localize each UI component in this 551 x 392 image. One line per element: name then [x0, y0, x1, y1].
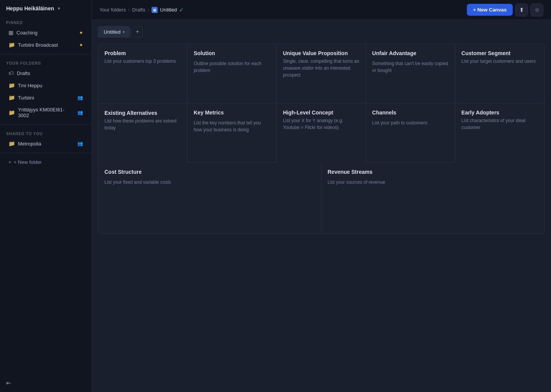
add-tab-icon: + — [135, 28, 139, 35]
star-badge-coaching: ★ — [79, 30, 83, 35]
existing-alternatives-title: Existing Alternatives — [104, 110, 181, 116]
customer-section: Customer Segment List your target custom… — [455, 44, 544, 163]
sidebar-collapse-button[interactable]: ⇤ — [0, 374, 91, 392]
problem-cell: Problem List your customers top 3 proble… — [98, 44, 187, 104]
early-adopters-title: Early Adopters — [461, 109, 538, 116]
cost-structure-cell: Cost Structure List your fixed and varia… — [98, 163, 321, 234]
user-menu-chevron: ▾ — [58, 6, 60, 11]
pinned-label: PINNED — [0, 17, 91, 26]
early-adopters-desc: List characteristics of your ideal custo… — [461, 117, 538, 131]
collapse-icon: ⇤ — [6, 380, 11, 386]
problem-title: Problem — [104, 50, 181, 56]
channels-desc: List your path to customers — [372, 119, 449, 126]
new-folder-icon: + — [8, 159, 11, 165]
sidebar-drafts-label: Drafts — [17, 70, 83, 76]
sidebar-divider-3 — [0, 153, 91, 153]
key-metrics-title: Key Metrics — [194, 109, 270, 116]
canvas-area: Untitled ▾ + Problem List your customers… — [92, 20, 551, 392]
problem-desc: List your customers top 3 problems — [104, 58, 181, 65]
key-metrics-cell: Key Metrics List the key numbers that te… — [187, 103, 277, 163]
folder-icon-yrittajyys: 📁 — [8, 109, 15, 116]
star-button[interactable]: ☆ — [530, 3, 543, 16]
high-level-concept-cell: High-Level Concept List your X for Y ana… — [277, 103, 365, 163]
cost-structure-desc: List your fixed and variable costs — [104, 179, 315, 186]
revenue-streams-desc: List your sources of revenue — [328, 179, 538, 186]
existing-alternatives-cell: Existing Alternatives List how these pro… — [98, 104, 187, 163]
sidebar-item-tmi-heppu[interactable]: 📁 Tmi Heppu — [2, 80, 89, 91]
tag-icon-drafts: 🏷 — [8, 70, 14, 76]
folders-label: YOUR FOLDERS — [0, 57, 91, 67]
shared-label: SHARED TO YOU — [0, 128, 91, 137]
existing-alternatives-desc: List how these problems are solved today — [104, 118, 181, 131]
sidebar-divider-2 — [0, 124, 91, 125]
sidebar-tmi-label: Tmi Heppu — [18, 83, 83, 88]
breadcrumb-status-icon: ✓ — [179, 7, 184, 13]
sidebar-divider-1 — [0, 54, 91, 54]
tab-chevron: ▾ — [123, 30, 125, 34]
uvp-section: Unique Value Proposition Single, clear, … — [277, 44, 366, 163]
revenue-streams-cell: Revenue Streams List your sources of rev… — [321, 163, 544, 234]
folder-icon-metropolia: 📁 — [8, 140, 15, 147]
sidebar-metropolia-label: Metropolia — [18, 141, 74, 147]
star-icon: ☆ — [535, 7, 540, 13]
active-tab[interactable]: Untitled ▾ — [98, 26, 130, 38]
star-badge-turbiini: ★ — [79, 42, 83, 47]
sidebar-turbiini-broadcast-label: Turbiini Broadcast — [18, 42, 76, 48]
grid-icon: ▦ — [8, 29, 13, 36]
new-canvas-button[interactable]: + New Canvas — [467, 4, 513, 16]
lean-canvas: Problem List your customers top 3 proble… — [98, 44, 545, 234]
doc-icon: ▦ — [152, 7, 158, 13]
folder-icon-turbiini2: 📁 — [8, 95, 15, 101]
add-tab-button[interactable]: + — [132, 26, 143, 37]
cost-structure-title: Cost Structure — [104, 169, 315, 175]
sidebar-item-yrittajyys[interactable]: 📁 Yrittäjyys KM00EI81-3002 👥 — [2, 104, 89, 121]
breadcrumb-current-label: Untitled — [160, 7, 177, 13]
breadcrumb-sep-1: › — [128, 7, 130, 13]
share-icon: ⬆ — [519, 7, 524, 13]
customer-segment-title: Customer Segment — [461, 50, 538, 56]
topbar: Your folders › Drafts › ▦ Untitled ✓ + N… — [92, 0, 551, 20]
key-metrics-desc: List the key numbers that tell you how y… — [194, 119, 270, 133]
uvp-desc: Single, clear, compelling that turns an … — [283, 58, 359, 78]
user-menu[interactable]: Heppu Heikäläinen ▾ — [0, 0, 91, 17]
share-button[interactable]: ⬆ — [515, 3, 528, 16]
uvp-cell: Unique Value Proposition Single, clear, … — [277, 44, 365, 103]
folder-icon-tmi: 📁 — [8, 82, 15, 88]
early-adopters-cell: Early Adopters List characteristics of y… — [455, 103, 544, 163]
lean-canvas-grid: Problem List your customers top 3 proble… — [98, 44, 544, 234]
solution-desc: Outline possible solution for each probl… — [194, 60, 270, 74]
solution-title: Solution — [194, 50, 270, 56]
sidebar-turbiini-label: Turbiini — [18, 95, 74, 101]
customer-segment-cell: Customer Segment List your target custom… — [455, 44, 544, 103]
breadcrumb-your-folders[interactable]: Your folders — [99, 7, 126, 13]
high-level-concept-title: High-Level Concept — [283, 109, 359, 116]
folder-icon-turbiini: 📁 — [8, 42, 15, 48]
sidebar-item-turbiini[interactable]: 📁 Turbiini 👥 — [2, 92, 89, 103]
problem-section: Problem List your customers top 3 proble… — [98, 44, 187, 163]
group-icon-metropolia: 👥 — [77, 141, 83, 146]
unfair-advantage-desc: Something that can't be easily copied or… — [372, 60, 449, 74]
sidebar-item-turbiini-broadcast[interactable]: 📁 Turbiini Broadcast ★ — [2, 39, 89, 51]
sidebar-item-coaching[interactable]: ▦ Coaching ★ — [2, 27, 89, 38]
revenue-streams-title: Revenue Streams — [328, 169, 538, 175]
sidebar-item-metropolia[interactable]: 📁 Metropolia 👥 — [2, 138, 89, 149]
high-level-concept-desc: List your X for Y analogy (e.g. Youtube … — [283, 117, 359, 131]
breadcrumb-sep-2: › — [148, 7, 149, 13]
active-tab-label: Untitled — [104, 29, 121, 35]
new-folder-button[interactable]: + + New folder — [2, 157, 89, 168]
unfair-advantage-cell: Unfair Advantage Something that can't be… — [366, 44, 455, 103]
breadcrumb: Your folders › Drafts › ▦ Untitled ✓ — [99, 7, 184, 13]
sidebar-item-drafts[interactable]: 🏷 Drafts — [2, 67, 89, 79]
group-icon-turbiini: 👥 — [77, 95, 83, 100]
group-icon-yrittajyys: 👥 — [77, 110, 83, 115]
customer-segment-desc: List your target customers and users — [461, 58, 538, 65]
breadcrumb-current: ▦ Untitled ✓ — [152, 7, 184, 13]
tabs-bar: Untitled ▾ + — [98, 26, 545, 38]
unfair-advantage-title: Unfair Advantage — [372, 50, 449, 56]
channels-title: Channels — [372, 109, 449, 116]
breadcrumb-drafts[interactable]: Drafts — [132, 7, 145, 13]
sidebar-coaching-label: Coaching — [16, 30, 76, 36]
user-name: Heppu Heikäläinen — [6, 5, 54, 11]
channels-cell: Channels List your path to customers — [366, 103, 455, 163]
new-folder-label: + New folder — [14, 159, 42, 165]
